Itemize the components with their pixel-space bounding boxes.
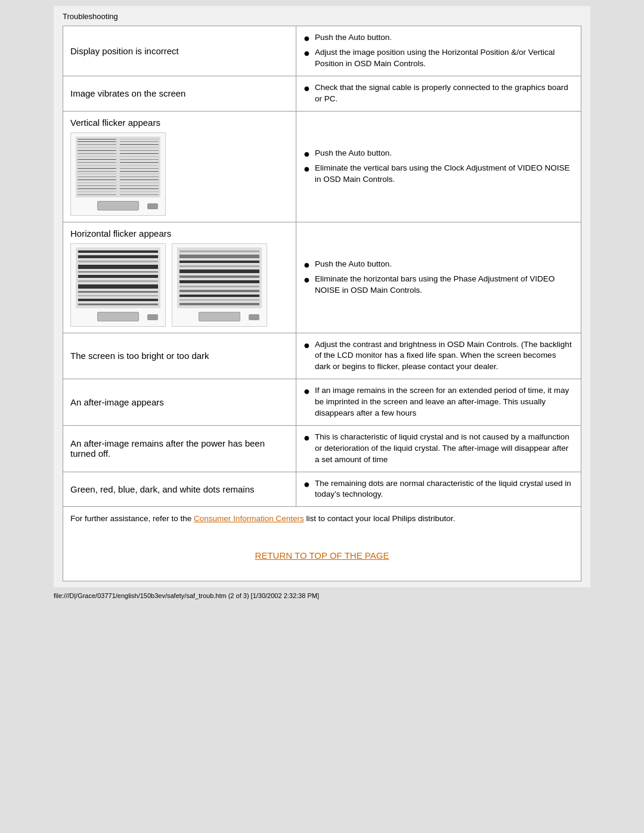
table-row: An after-image remains after the power h…	[63, 425, 581, 472]
bullet-icon: ●	[304, 33, 310, 44]
table-row: Image vibrates on the screen ● Check tha…	[63, 76, 581, 111]
consumer-info-link[interactable]: Consumer Information Centers	[194, 514, 304, 523]
solution-cell: ● If an image remains in the screen for …	[296, 379, 581, 426]
bullet-icon: ●	[304, 259, 310, 270]
solution-list: ● Push the Auto button. ● Eliminate the …	[304, 148, 574, 185]
footer-cell: For further assistance, refer to the Con…	[63, 507, 581, 581]
monitor-screen	[76, 247, 160, 308]
list-item: ● This is characteristic of liquid cryst…	[304, 432, 574, 466]
solution-list: ● Push the Auto button. ● Adjust the ima…	[304, 32, 574, 70]
solution-text: Adjust the contrast and brightness in OS…	[315, 339, 574, 373]
left-column	[76, 137, 118, 197]
monitor-buttons	[147, 314, 158, 320]
issue-label: Horizontal flicker appears	[63, 222, 296, 333]
bullet-icon: ●	[304, 432, 310, 443]
solution-cell: ● Push the Auto button. ● Adjust the ima…	[296, 26, 581, 76]
solution-text: Eliminate the horizontal bars using the …	[315, 274, 574, 296]
solution-text: Push the Auto button.	[315, 32, 392, 44]
page-container: Troubleshooting Display position is inco…	[54, 6, 590, 587]
monitor-screen	[76, 137, 160, 197]
bullet-icon: ●	[304, 386, 310, 397]
issue-title: Vertical flicker appears	[70, 117, 289, 128]
footer-text-before: For further assistance, refer to the	[70, 514, 194, 523]
list-item: ● Adjust the contrast and brightness in …	[304, 339, 574, 373]
monitor-diagram	[70, 132, 166, 216]
bullet-icon: ●	[304, 479, 310, 490]
issue-label: Green, red, blue, dark, and white dots r…	[63, 472, 296, 507]
horizontal-lines-visual	[177, 247, 262, 308]
footer-text-after: list to contact your local Philips distr…	[304, 514, 456, 523]
list-item: ● Eliminate the vertical bars using the …	[304, 163, 574, 185]
bullet-icon: ●	[304, 340, 310, 351]
monitor-base	[97, 312, 139, 321]
bullet-icon: ●	[304, 48, 310, 58]
list-item: ● Check that the signal cable is properl…	[304, 82, 574, 105]
monitor-base	[97, 201, 139, 210]
issue-label: Display position is incorrect	[63, 26, 296, 76]
solution-text: The remaining dots are normal characteri…	[315, 478, 574, 501]
solution-cell: ● Push the Auto button. ● Eliminate the …	[296, 222, 581, 333]
issue-label: The screen is too bright or too dark	[63, 333, 296, 379]
solution-list: ● If an image remains in the screen for …	[304, 385, 574, 419]
right-column	[118, 137, 160, 197]
monitor-buttons	[249, 314, 259, 320]
vertical-bars-visual	[76, 137, 160, 197]
horizontal-lines-visual	[76, 247, 160, 308]
monitor-diagram-1	[70, 243, 166, 327]
issue-title: Horizontal flicker appears	[70, 228, 289, 239]
solution-cell: ● Push the Auto button. ● Eliminate the …	[296, 111, 581, 222]
list-item: ● Push the Auto button.	[304, 148, 574, 159]
issue-label: Image vibrates on the screen	[63, 76, 296, 111]
issue-label: An after-image appears	[63, 379, 296, 426]
issue-label: Vertical flicker appears	[63, 111, 296, 222]
solution-list: ● Adjust the contrast and brightness in …	[304, 339, 574, 373]
solution-list: ● Check that the signal cable is properl…	[304, 82, 574, 105]
bullet-icon: ●	[304, 148, 310, 159]
footer-row: For further assistance, refer to the Con…	[63, 507, 581, 581]
page-title: Troubleshooting	[63, 12, 581, 21]
image-container	[70, 132, 289, 216]
table-row: Vertical flicker appears	[63, 111, 581, 222]
monitor-base	[199, 312, 240, 321]
solution-text: This is characteristic of liquid crystal…	[315, 432, 574, 466]
list-item: ● The remaining dots are normal characte…	[304, 478, 574, 501]
table-row: Display position is incorrect ● Push the…	[63, 26, 581, 76]
troubleshooting-table: Display position is incorrect ● Push the…	[63, 26, 581, 581]
list-item: ● Push the Auto button.	[304, 32, 574, 44]
solution-cell: ● Adjust the contrast and brightness in …	[296, 333, 581, 379]
list-item: ● If an image remains in the screen for …	[304, 385, 574, 419]
return-to-top-link[interactable]: RETURN TO TOP OF THE PAGE	[255, 550, 389, 561]
list-item: ● Adjust the image position using the Ho…	[304, 47, 574, 70]
solution-list: ● The remaining dots are normal characte…	[304, 478, 574, 501]
list-item: ● Push the Auto button.	[304, 259, 574, 270]
bullet-icon: ●	[304, 163, 310, 174]
solution-list: ● This is characteristic of liquid cryst…	[304, 432, 574, 466]
solution-text: If an image remains in the screen for an…	[315, 385, 574, 419]
solution-text: Push the Auto button.	[315, 148, 392, 159]
table-row: Green, red, blue, dark, and white dots r…	[63, 472, 581, 507]
list-item: ● Eliminate the horizontal bars using th…	[304, 274, 574, 296]
status-bar: file:///D|/Grace/03771/english/150b3ev/s…	[54, 592, 590, 599]
solution-text: Check that the signal cable is properly …	[315, 82, 574, 105]
table-row: An after-image appears ● If an image rem…	[63, 379, 581, 426]
solution-cell: ● This is characteristic of liquid cryst…	[296, 425, 581, 472]
solution-text: Eliminate the vertical bars using the Cl…	[315, 163, 574, 185]
solution-list: ● Push the Auto button. ● Eliminate the …	[304, 259, 574, 296]
image-container	[70, 243, 289, 327]
solution-text: Adjust the image position using the Hori…	[315, 47, 574, 70]
monitor-buttons	[147, 203, 158, 209]
monitor-screen	[177, 247, 262, 308]
solution-text: Push the Auto button.	[315, 259, 392, 270]
table-row: The screen is too bright or too dark ● A…	[63, 333, 581, 379]
bullet-icon: ●	[304, 274, 310, 285]
solution-cell: ● Check that the signal cable is properl…	[296, 76, 581, 111]
table-row: Horizontal flicker appears	[63, 222, 581, 333]
monitor-diagram-2	[172, 243, 267, 327]
issue-label: An after-image remains after the power h…	[63, 425, 296, 472]
solution-cell: ● The remaining dots are normal characte…	[296, 472, 581, 507]
bullet-icon: ●	[304, 83, 310, 94]
